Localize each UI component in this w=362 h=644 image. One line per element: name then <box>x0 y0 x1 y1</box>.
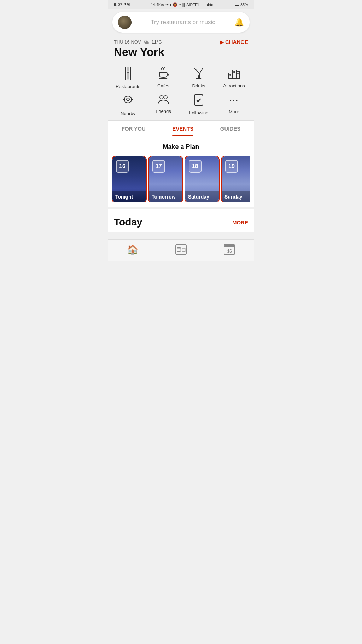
change-label: CHANGE <box>225 39 248 45</box>
temperature: 11°C <box>152 39 162 45</box>
tab-for-you[interactable]: FOR YOU <box>122 126 146 136</box>
carrier1: AIRTEL <box>186 2 200 7</box>
drinks-label: Drinks <box>192 83 205 88</box>
friends-label: Friends <box>156 109 171 114</box>
bottom-nav: 🏠 16 <box>108 239 254 261</box>
svg-point-20 <box>164 96 167 99</box>
plan-card-sunday[interactable]: 19 Sunday <box>222 156 250 202</box>
nav-search[interactable] <box>175 244 187 255</box>
svg-point-19 <box>160 96 163 99</box>
today-more-button[interactable]: MORE <box>232 219 248 225</box>
status-time: 6:07 PM <box>114 2 130 7</box>
category-drinks[interactable]: Drinks <box>182 67 216 89</box>
svg-rect-8 <box>237 71 240 79</box>
status-bar: 6:07 PM 14.4K/s ✈ ♦ 🔕 ≈ ||| AIRTEL ||| a… <box>108 0 254 9</box>
notification-bell-icon[interactable]: 🔔 <box>234 18 244 27</box>
category-more[interactable]: ··· More <box>217 94 251 116</box>
status-battery: ▬ 85% <box>235 2 248 7</box>
signal-icons: ✈ ♦ 🔕 ≈ ||| <box>165 2 185 7</box>
more-icon: ··· <box>229 94 239 107</box>
attractions-label: Attractions <box>223 83 245 88</box>
plan-card-label-sunday: Sunday <box>222 191 250 202</box>
friends-icon <box>157 94 169 107</box>
location-arrow-icon: ▶ <box>220 39 224 45</box>
plan-title: Make a Plan <box>112 143 250 151</box>
location-date: THU 16 NOV 🌥 11°C <box>114 39 162 45</box>
plan-card-label-saturday: Saturday <box>185 191 219 202</box>
calendar-number: 16 <box>227 249 232 254</box>
restaurants-icon <box>123 67 133 82</box>
carrier2: airtel <box>206 2 214 7</box>
plan-section: Make a Plan 16 Tonight 17 Tomorrow 18 Sa… <box>108 136 254 207</box>
weather-icon: 🌥 <box>144 39 149 45</box>
plan-card-label-tomorrow: Tomorrow <box>149 191 182 202</box>
svg-point-13 <box>124 96 132 103</box>
plan-card-tomorrow[interactable]: 17 Tomorrow <box>149 156 182 202</box>
plan-card-tonight[interactable]: 16 Tonight <box>112 156 146 202</box>
calendar-icon: 16 <box>224 244 235 255</box>
svg-rect-21 <box>194 95 203 105</box>
nav-calendar[interactable]: 16 <box>224 244 235 255</box>
today-header: Today MORE <box>114 217 248 228</box>
svg-rect-12 <box>238 73 239 74</box>
svg-rect-10 <box>230 74 231 75</box>
search-box-icon <box>175 244 187 255</box>
svg-rect-23 <box>177 248 181 252</box>
category-friends[interactable]: Friends <box>146 94 180 116</box>
tab-guides[interactable]: GUIDES <box>220 126 241 136</box>
category-following[interactable]: Following <box>182 94 216 116</box>
tab-bar: FOR YOU EVENTS GUIDES <box>108 121 254 136</box>
date-text: THU 16 NOV <box>114 39 141 45</box>
battery-percent: 85% <box>240 2 248 7</box>
cafes-label: Cafes <box>157 83 169 88</box>
category-grid: Restaurants Cafes Drinks <box>108 61 254 120</box>
today-section: Today MORE <box>108 209 254 232</box>
nearby-icon <box>122 94 134 109</box>
more-label: More <box>229 109 239 114</box>
category-attractions[interactable]: Attractions <box>217 67 251 89</box>
battery-icon: ▬ <box>235 2 239 7</box>
cafes-icon <box>158 67 169 81</box>
location-header: THU 16 NOV 🌥 11°C ▶ CHANGE New York <box>108 35 254 61</box>
tab-events[interactable]: EVENTS <box>172 126 193 136</box>
following-icon <box>193 94 204 108</box>
plan-card-number-sunday: 19 <box>225 160 238 173</box>
avatar[interactable] <box>118 16 132 29</box>
plan-cards: 16 Tonight 17 Tomorrow 18 Saturday 19 Su… <box>112 156 250 202</box>
nav-home[interactable]: 🏠 <box>127 244 138 255</box>
attractions-icon <box>228 67 240 81</box>
plan-card-number-saturday: 18 <box>189 160 202 173</box>
plan-card-saturday[interactable]: 18 Saturday <box>185 156 219 202</box>
plan-card-number-tomorrow: 17 <box>152 160 165 173</box>
svg-rect-6 <box>229 73 232 79</box>
nearby-label: Nearby <box>121 111 135 116</box>
following-label: Following <box>189 110 209 115</box>
search-bar[interactable]: Try restaurants or music 🔔 <box>112 12 250 33</box>
category-nearby[interactable]: Nearby <box>111 94 145 116</box>
drinks-icon <box>193 67 204 81</box>
change-location-button[interactable]: ▶ CHANGE <box>220 39 248 45</box>
plan-card-label-tonight: Tonight <box>112 191 146 202</box>
category-restaurants[interactable]: Restaurants <box>111 67 145 89</box>
restaurants-label: Restaurants <box>116 84 140 89</box>
network-speed: 14.4K/s <box>151 2 164 7</box>
status-network: 14.4K/s ✈ ♦ 🔕 ≈ ||| AIRTEL ||| airtel <box>151 2 214 7</box>
signal-icons2: ||| <box>201 2 204 7</box>
home-icon: 🏠 <box>127 244 138 255</box>
category-cafes[interactable]: Cafes <box>146 67 180 89</box>
svg-rect-11 <box>234 71 235 73</box>
plan-card-number-tonight: 16 <box>116 160 129 173</box>
svg-point-14 <box>127 98 129 101</box>
today-title: Today <box>114 217 142 228</box>
search-input[interactable]: Try restaurants or music <box>132 19 234 26</box>
city-name: New York <box>114 46 248 59</box>
